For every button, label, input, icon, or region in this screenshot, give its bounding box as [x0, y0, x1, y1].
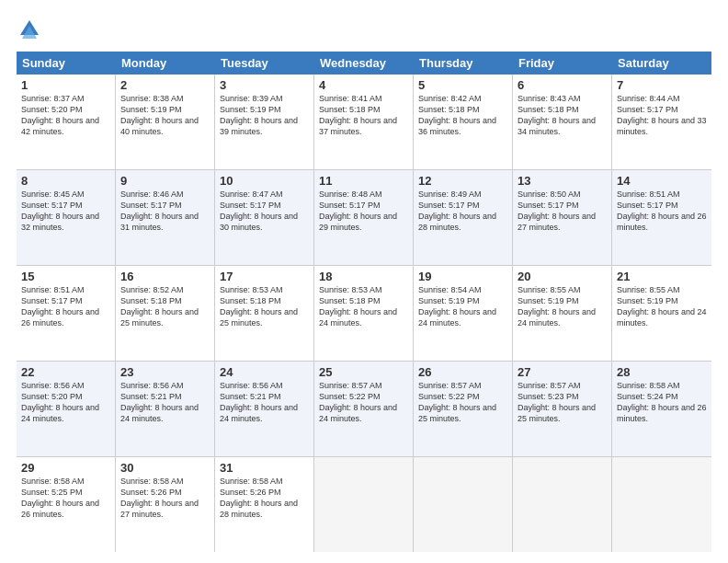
day-number: 19 — [418, 270, 507, 283]
logo — [17, 17, 46, 42]
calendar-cell: 27Sunrise: 8:57 AM Sunset: 5:23 PM Dayli… — [513, 362, 612, 456]
day-number: 27 — [518, 365, 607, 379]
header — [17, 17, 711, 42]
day-number: 8 — [21, 174, 110, 188]
calendar-cell: 11Sunrise: 8:48 AM Sunset: 5:17 PM Dayli… — [314, 170, 414, 265]
cell-info: Sunrise: 8:56 AM Sunset: 5:20 PM Dayligh… — [21, 380, 110, 425]
calendar-cell: 24Sunrise: 8:56 AM Sunset: 5:21 PM Dayli… — [215, 362, 314, 456]
empty-cell — [314, 457, 414, 552]
weekday-header: Saturday — [612, 52, 711, 75]
weekday-header: Thursday — [414, 52, 513, 75]
cell-info: Sunrise: 8:44 AM Sunset: 5:17 PM Dayligh… — [617, 93, 707, 138]
cell-info: Sunrise: 8:58 AM Sunset: 5:26 PM Dayligh… — [120, 476, 210, 521]
calendar-cell: 8Sunrise: 8:45 AM Sunset: 5:17 PM Daylig… — [17, 170, 116, 265]
calendar-cell: 5Sunrise: 8:42 AM Sunset: 5:18 PM Daylig… — [414, 75, 513, 169]
calendar-cell: 2Sunrise: 8:38 AM Sunset: 5:19 PM Daylig… — [116, 75, 215, 169]
day-number: 10 — [220, 174, 309, 188]
calendar-cell: 7Sunrise: 8:44 AM Sunset: 5:17 PM Daylig… — [612, 75, 711, 169]
day-number: 25 — [319, 365, 408, 379]
cell-info: Sunrise: 8:53 AM Sunset: 5:18 PM Dayligh… — [319, 284, 408, 329]
day-number: 28 — [617, 365, 707, 379]
cell-info: Sunrise: 8:39 AM Sunset: 5:19 PM Dayligh… — [220, 93, 309, 138]
calendar-cell: 13Sunrise: 8:50 AM Sunset: 5:17 PM Dayli… — [513, 170, 612, 265]
cell-info: Sunrise: 8:56 AM Sunset: 5:21 PM Dayligh… — [120, 380, 210, 425]
cell-info: Sunrise: 8:51 AM Sunset: 5:17 PM Dayligh… — [617, 189, 707, 234]
day-number: 15 — [21, 270, 110, 283]
calendar-cell: 28Sunrise: 8:58 AM Sunset: 5:24 PM Dayli… — [612, 362, 711, 456]
cell-info: Sunrise: 8:52 AM Sunset: 5:18 PM Dayligh… — [120, 284, 210, 329]
cell-info: Sunrise: 8:58 AM Sunset: 5:24 PM Dayligh… — [617, 380, 707, 425]
cell-info: Sunrise: 8:46 AM Sunset: 5:17 PM Dayligh… — [120, 189, 210, 234]
calendar-row: 15Sunrise: 8:51 AM Sunset: 5:17 PM Dayli… — [17, 266, 711, 362]
day-number: 29 — [21, 461, 110, 475]
calendar-cell: 19Sunrise: 8:54 AM Sunset: 5:19 PM Dayli… — [414, 266, 513, 361]
calendar-cell: 31Sunrise: 8:58 AM Sunset: 5:26 PM Dayli… — [215, 457, 314, 552]
calendar-cell: 14Sunrise: 8:51 AM Sunset: 5:17 PM Dayli… — [612, 170, 711, 265]
calendar-row: 8Sunrise: 8:45 AM Sunset: 5:17 PM Daylig… — [17, 170, 711, 266]
calendar-cell: 16Sunrise: 8:52 AM Sunset: 5:18 PM Dayli… — [116, 266, 215, 361]
day-number: 2 — [120, 78, 210, 92]
calendar-cell: 1Sunrise: 8:37 AM Sunset: 5:20 PM Daylig… — [17, 75, 116, 169]
calendar-cell: 25Sunrise: 8:57 AM Sunset: 5:22 PM Dayli… — [314, 362, 414, 456]
day-number: 7 — [617, 78, 707, 92]
day-number: 3 — [220, 78, 309, 92]
day-number: 30 — [120, 461, 210, 475]
calendar-cell: 3Sunrise: 8:39 AM Sunset: 5:19 PM Daylig… — [215, 75, 314, 169]
empty-cell — [513, 457, 612, 552]
cell-info: Sunrise: 8:57 AM Sunset: 5:22 PM Dayligh… — [418, 380, 507, 425]
calendar-cell: 26Sunrise: 8:57 AM Sunset: 5:22 PM Dayli… — [414, 362, 513, 456]
cell-info: Sunrise: 8:43 AM Sunset: 5:18 PM Dayligh… — [518, 93, 607, 138]
cell-info: Sunrise: 8:57 AM Sunset: 5:23 PM Dayligh… — [518, 380, 607, 425]
weekday-header: Wednesday — [314, 52, 414, 75]
page: SundayMondayTuesdayWednesdayThursdayFrid… — [0, 0, 728, 563]
day-number: 1 — [21, 78, 110, 92]
cell-info: Sunrise: 8:49 AM Sunset: 5:17 PM Dayligh… — [418, 189, 507, 234]
calendar-cell: 30Sunrise: 8:58 AM Sunset: 5:26 PM Dayli… — [116, 457, 215, 552]
cell-info: Sunrise: 8:53 AM Sunset: 5:18 PM Dayligh… — [220, 284, 309, 329]
cell-info: Sunrise: 8:56 AM Sunset: 5:21 PM Dayligh… — [220, 380, 309, 425]
calendar-cell: 29Sunrise: 8:58 AM Sunset: 5:25 PM Dayli… — [17, 457, 116, 552]
calendar-cell: 22Sunrise: 8:56 AM Sunset: 5:20 PM Dayli… — [17, 362, 116, 456]
calendar-cell: 10Sunrise: 8:47 AM Sunset: 5:17 PM Dayli… — [215, 170, 314, 265]
day-number: 17 — [220, 270, 309, 283]
weekday-header: Tuesday — [215, 52, 314, 75]
day-number: 5 — [418, 78, 507, 92]
day-number: 16 — [120, 270, 210, 283]
cell-info: Sunrise: 8:47 AM Sunset: 5:17 PM Dayligh… — [220, 189, 309, 234]
calendar-cell: 6Sunrise: 8:43 AM Sunset: 5:18 PM Daylig… — [513, 75, 612, 169]
day-number: 13 — [518, 174, 607, 188]
calendar: SundayMondayTuesdayWednesdayThursdayFrid… — [17, 52, 711, 552]
day-number: 24 — [220, 365, 309, 379]
calendar-row: 22Sunrise: 8:56 AM Sunset: 5:20 PM Dayli… — [17, 362, 711, 457]
calendar-cell: 9Sunrise: 8:46 AM Sunset: 5:17 PM Daylig… — [116, 170, 215, 265]
weekday-header: Friday — [513, 52, 612, 75]
cell-info: Sunrise: 8:45 AM Sunset: 5:17 PM Dayligh… — [21, 189, 110, 234]
weekday-header: Monday — [116, 52, 215, 75]
day-number: 6 — [518, 78, 607, 92]
calendar-cell: 18Sunrise: 8:53 AM Sunset: 5:18 PM Dayli… — [314, 266, 414, 361]
calendar-body: 1Sunrise: 8:37 AM Sunset: 5:20 PM Daylig… — [17, 75, 711, 552]
day-number: 22 — [21, 365, 110, 379]
cell-info: Sunrise: 8:50 AM Sunset: 5:17 PM Dayligh… — [518, 189, 607, 234]
cell-info: Sunrise: 8:38 AM Sunset: 5:19 PM Dayligh… — [120, 93, 210, 138]
day-number: 31 — [220, 461, 309, 475]
calendar-row: 29Sunrise: 8:58 AM Sunset: 5:25 PM Dayli… — [17, 457, 711, 552]
calendar-cell: 15Sunrise: 8:51 AM Sunset: 5:17 PM Dayli… — [17, 266, 116, 361]
day-number: 9 — [120, 174, 210, 188]
logo-icon — [17, 17, 42, 42]
calendar-cell: 20Sunrise: 8:55 AM Sunset: 5:19 PM Dayli… — [513, 266, 612, 361]
cell-info: Sunrise: 8:51 AM Sunset: 5:17 PM Dayligh… — [21, 284, 110, 329]
day-number: 26 — [418, 365, 507, 379]
day-number: 12 — [418, 174, 507, 188]
cell-info: Sunrise: 8:54 AM Sunset: 5:19 PM Dayligh… — [418, 284, 507, 329]
day-number: 4 — [319, 78, 408, 92]
day-number: 23 — [120, 365, 210, 379]
calendar-cell: 21Sunrise: 8:55 AM Sunset: 5:19 PM Dayli… — [612, 266, 711, 361]
cell-info: Sunrise: 8:48 AM Sunset: 5:17 PM Dayligh… — [319, 189, 408, 234]
cell-info: Sunrise: 8:58 AM Sunset: 5:25 PM Dayligh… — [21, 476, 110, 521]
cell-info: Sunrise: 8:55 AM Sunset: 5:19 PM Dayligh… — [518, 284, 607, 329]
cell-info: Sunrise: 8:41 AM Sunset: 5:18 PM Dayligh… — [319, 93, 408, 138]
calendar-header: SundayMondayTuesdayWednesdayThursdayFrid… — [17, 52, 711, 75]
day-number: 21 — [617, 270, 707, 283]
day-number: 11 — [319, 174, 408, 188]
